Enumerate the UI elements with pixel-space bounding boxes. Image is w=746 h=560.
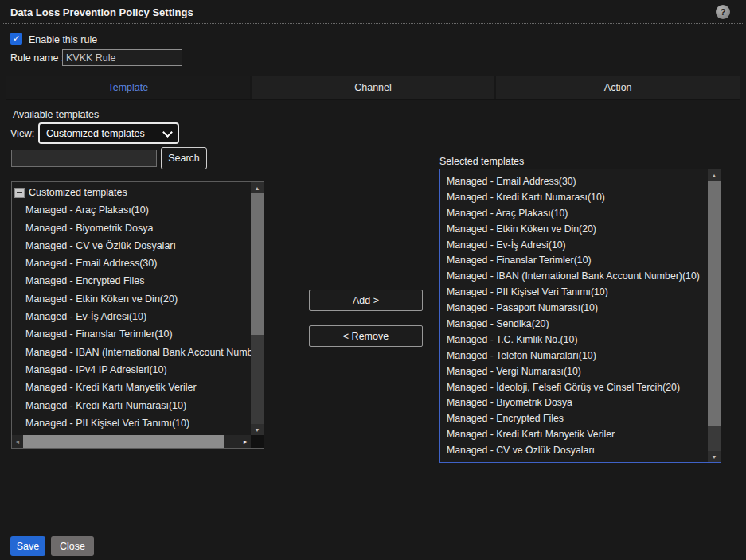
list-item[interactable]: Managed - Kredi Kartı Numarası(10) <box>440 190 708 206</box>
scroll-up-arrow-icon[interactable]: ▲ <box>251 182 264 193</box>
view-select-wrap: Customized templates <box>38 122 179 144</box>
list-item[interactable]: Managed - Encrypted Files <box>12 272 251 290</box>
list-item[interactable]: Managed - Biyometrik Dosya <box>440 395 708 411</box>
scroll-up-arrow-icon[interactable]: ▲ <box>708 169 721 181</box>
add-button[interactable]: Add > <box>309 290 423 311</box>
header-divider <box>3 23 743 24</box>
tab-bar: Template Channel Action <box>6 76 740 100</box>
list-item[interactable]: Managed - Kredi Kartı Numarası(10) <box>12 397 251 414</box>
search-button[interactable]: Search <box>161 147 207 169</box>
scroll-down-arrow-icon[interactable]: ▼ <box>708 451 721 462</box>
page-title: Data Loss Prevention Policy Settings <box>10 6 193 18</box>
list-item[interactable]: Managed - Email Address(30) <box>12 255 251 272</box>
scroll-left-arrow-icon[interactable]: ◄ <box>12 435 23 448</box>
tree-root-node[interactable]: Customized templates <box>12 184 251 201</box>
list-item[interactable]: Managed - Biyometrik Dosya <box>12 220 251 237</box>
rule-name-input[interactable] <box>62 49 182 66</box>
list-item[interactable]: Managed - Finanslar Terimler(10) <box>440 253 708 269</box>
list-item[interactable]: Managed - CV ve Özlük Dosyaları <box>440 443 708 459</box>
list-item[interactable]: Managed - Vergi Numarası(10) <box>440 364 708 380</box>
list-item[interactable]: Managed - Araç Plakası(10) <box>440 206 708 222</box>
list-item[interactable]: Managed - Sendika(20) <box>440 317 708 332</box>
list-item[interactable]: Managed - IPv4 IP Adresleri(10) <box>12 361 251 379</box>
rule-name-label: Rule name : <box>10 52 64 64</box>
scrollbar-corner <box>251 435 264 448</box>
list-item[interactable]: Managed - T.C. Kimlik No.(10) <box>440 332 708 348</box>
available-templates-list: Customized templates Managed - Araç Plak… <box>12 182 251 435</box>
list-item[interactable]: Managed - Ev-İş Adresi(10) <box>12 308 251 325</box>
tab-template[interactable]: Template <box>6 76 250 99</box>
list-item[interactable]: Managed - Etkin Köken ve Din(20) <box>440 222 708 238</box>
selected-items-container: Managed - Email Address(30)Managed - Kre… <box>440 169 708 462</box>
scroll-down-arrow-icon[interactable]: ▼ <box>251 424 264 435</box>
list-item[interactable]: Managed - Araç Plakası(10) <box>12 201 251 219</box>
save-button[interactable]: Save <box>10 536 45 556</box>
tab-channel[interactable]: Channel <box>250 76 495 99</box>
close-button[interactable]: Close <box>51 536 94 556</box>
available-horizontal-scrollbar[interactable]: ◄ ► <box>12 435 251 448</box>
list-item[interactable]: Managed - Etkin Köken ve Din(20) <box>12 290 251 308</box>
collapse-expander-icon[interactable] <box>14 188 25 198</box>
list-item[interactable]: Managed - Ev-İş Adresi(10) <box>440 238 708 254</box>
list-item[interactable]: Managed - Telefon Numaraları(10) <box>440 348 708 364</box>
list-item[interactable]: Managed - IBAN (International Bank Accou… <box>440 269 708 285</box>
list-item[interactable]: Managed - Pasaport Numarası(10) <box>440 301 708 317</box>
list-item[interactable]: Managed - PII Kişisel Veri Tanımı(10) <box>440 285 708 301</box>
enable-rule-label: Enable this rule <box>29 34 97 45</box>
selected-templates-label: Selected templates <box>439 156 524 167</box>
available-templates-listbox: Customized templates Managed - Araç Plak… <box>11 181 264 449</box>
dlp-policy-settings-dialog: Data Loss Prevention Policy Settings ? ✓… <box>0 0 746 560</box>
search-input[interactable] <box>11 150 157 167</box>
available-templates-label: Available templates <box>13 109 99 120</box>
list-item[interactable]: Managed - IBAN (International Bank Accou… <box>12 344 251 361</box>
list-item[interactable]: Managed - İdeoloji, Felsefi Görüş ve Cin… <box>440 380 708 396</box>
enable-rule-checkbox[interactable]: ✓ <box>10 33 22 45</box>
scrollbar-thumb[interactable] <box>708 181 721 426</box>
list-item[interactable]: Managed - Encrypted Files <box>440 411 708 427</box>
remove-button[interactable]: < Remove <box>309 325 423 347</box>
scroll-right-arrow-icon[interactable]: ► <box>240 435 251 448</box>
help-icon[interactable]: ? <box>716 5 730 19</box>
list-item[interactable]: Managed - Email Address(30) <box>440 174 708 190</box>
checkmark-icon: ✓ <box>13 34 20 43</box>
selected-templates-listbox: Managed - Email Address(30)Managed - Kre… <box>439 169 721 463</box>
list-item[interactable]: Managed - Finanslar Terimler(10) <box>12 325 251 343</box>
available-vertical-scrollbar[interactable]: ▲ ▼ <box>251 182 264 435</box>
list-item[interactable]: Managed - Kredi Kartı Manyetik Veriler <box>12 379 251 396</box>
scrollbar-thumb[interactable] <box>251 193 264 335</box>
list-item[interactable]: Managed - CV ve Özlük Dosyaları <box>12 237 251 255</box>
list-item[interactable]: Managed - Kredi Kartı Manyetik Veriler <box>440 427 708 443</box>
tab-action[interactable]: Action <box>494 76 740 99</box>
list-item[interactable]: Managed - PII Kişisel Veri Tanımı(10) <box>12 414 251 432</box>
available-items-container: Managed - Araç Plakası(10)Managed - Biyo… <box>12 201 251 432</box>
tree-root-label: Customized templates <box>29 187 127 198</box>
view-select[interactable]: Customized templates <box>38 122 179 144</box>
selected-vertical-scrollbar[interactable]: ▲ ▼ <box>708 169 721 462</box>
scrollbar-thumb[interactable] <box>23 435 224 448</box>
view-label: View: <box>10 128 34 139</box>
